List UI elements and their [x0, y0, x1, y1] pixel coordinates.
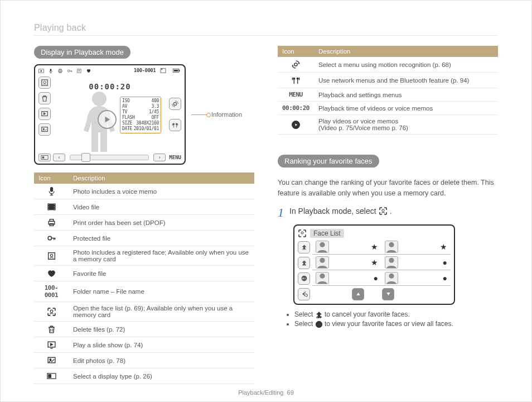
svg-rect-12	[179, 70, 180, 71]
time-mono: 00:00:20	[282, 104, 309, 112]
antenna-icon	[291, 75, 301, 85]
svg-marker-19	[43, 112, 46, 114]
svg-rect-33	[54, 206, 55, 207]
callout-leader	[191, 114, 209, 115]
svg-rect-37	[50, 224, 53, 226]
col-description: Description	[314, 46, 498, 57]
star-icon: ★	[440, 242, 447, 251]
lcd-with-callout: 100-0001 00:00:20	[34, 64, 254, 165]
svg-point-54	[301, 232, 303, 234]
playback-time: 00:00:20	[89, 82, 130, 91]
network-button[interactable]	[169, 119, 181, 131]
printer-icon	[47, 218, 56, 227]
table-row: Favorite file	[34, 266, 254, 281]
heading-display-playback: Display in Playback mode	[34, 46, 130, 59]
fav-cancel-button[interactable]: OFF	[298, 241, 310, 253]
play-button[interactable]	[98, 110, 117, 129]
table-row: Use network menus and the Bluetooth feat…	[278, 73, 498, 88]
scroll-down-button[interactable]	[382, 288, 394, 300]
col-icon: Icon	[278, 46, 314, 57]
svg-text:OFF: OFF	[302, 248, 307, 251]
page-footer: Playback/Editing 69	[1, 389, 531, 396]
fav-rank-button[interactable]	[298, 257, 310, 269]
film-icon	[47, 202, 56, 212]
playback-mode-icon	[38, 68, 44, 74]
page-number: 69	[287, 389, 294, 396]
svg-marker-15	[105, 117, 110, 123]
svg-rect-47	[48, 375, 51, 378]
svg-rect-10	[162, 69, 163, 70]
svg-rect-26	[42, 156, 45, 159]
folder-file-mono: 100-0001	[45, 284, 59, 299]
face-slot[interactable]: ★	[312, 256, 381, 270]
heart-icon	[86, 68, 91, 74]
dot-icon: ●	[374, 274, 378, 283]
edit-photo-button[interactable]	[38, 123, 51, 136]
avatar	[385, 256, 398, 269]
table-row: 100-0001Folder name – File name	[34, 281, 254, 302]
svg-point-45	[49, 359, 51, 361]
svg-rect-34	[54, 209, 55, 210]
face-list-icon	[379, 207, 388, 216]
mic-icon	[47, 186, 56, 196]
face-slot[interactable]: ●	[381, 271, 451, 286]
face-slot[interactable]: ★	[381, 240, 451, 255]
slideshow-button[interactable]	[38, 108, 51, 120]
svg-point-6	[67, 70, 70, 72]
svg-rect-2	[50, 69, 52, 71]
table-row: Print order has been set (DPOF)	[34, 215, 254, 231]
svg-point-49	[293, 78, 295, 79]
svg-rect-58	[302, 265, 306, 266]
face-slot[interactable]: ★	[312, 240, 381, 255]
face-reg-icon	[76, 68, 82, 74]
info-box: ISO400 AV3.3 TV1/45 FLASHOFF SIZE3840X21…	[120, 97, 161, 133]
slideshow-icon	[47, 340, 56, 350]
fav-all-button[interactable]: ALL	[298, 272, 310, 285]
table-row: Photo includes a voice memo	[34, 184, 254, 199]
sd-card-icon	[160, 68, 168, 73]
face-nav	[298, 288, 451, 300]
motion-button[interactable]	[169, 98, 181, 110]
avatar	[316, 241, 329, 253]
face-list-icon	[298, 229, 307, 238]
battery-icon	[172, 68, 181, 73]
scroll-up-button[interactable]	[352, 288, 364, 300]
heart-icon	[47, 269, 56, 278]
svg-rect-39	[48, 252, 55, 259]
face-list-button[interactable]	[38, 76, 51, 89]
step-1: 1 In Playback mode, select .	[278, 207, 498, 219]
svg-rect-36	[50, 219, 53, 222]
icon-table-left: Icon Description Photo includes a voice …	[34, 173, 254, 384]
table-row: Photo includes a registered face; Availa…	[34, 246, 254, 266]
svg-point-48	[294, 63, 297, 66]
avatar	[385, 241, 398, 253]
callout-label: Information	[211, 111, 242, 118]
face-slot[interactable]: ●	[312, 271, 381, 286]
breadcrumb: Playing back	[34, 23, 498, 33]
svg-rect-31	[48, 209, 49, 210]
display-type-button[interactable]	[38, 154, 51, 161]
scrub-thumb[interactable]	[81, 153, 90, 162]
step-number: 1	[278, 207, 284, 219]
table-row: Select a menu using motion recognition (…	[278, 57, 498, 73]
next-button[interactable]: ›	[153, 154, 166, 161]
table-row: 00:00:20Playback time of videos or voice…	[278, 102, 498, 115]
svg-marker-43	[50, 343, 52, 346]
face-slot[interactable]: ●	[381, 256, 451, 270]
menu-button[interactable]: MENU	[169, 155, 181, 160]
face-list-panel: Face List OFF ★ ★ ★ ● ALL ●	[293, 224, 455, 305]
star-icon: ★	[371, 258, 378, 267]
face-list-title: Face List	[310, 229, 344, 238]
top-left-icons	[38, 68, 93, 74]
svg-marker-1	[41, 70, 42, 72]
back-button[interactable]	[298, 288, 310, 300]
prev-button[interactable]: ‹	[53, 154, 65, 161]
svg-rect-13	[174, 70, 178, 71]
svg-point-40	[50, 254, 52, 256]
delete-button[interactable]	[38, 92, 51, 104]
two-column-layout: Display in Playback mode 100-	[34, 46, 498, 384]
face-list-icon	[47, 307, 56, 317]
info-callout: Information	[191, 111, 242, 118]
dot-icon: ●	[443, 258, 447, 267]
scrub-slider[interactable]	[70, 155, 149, 160]
